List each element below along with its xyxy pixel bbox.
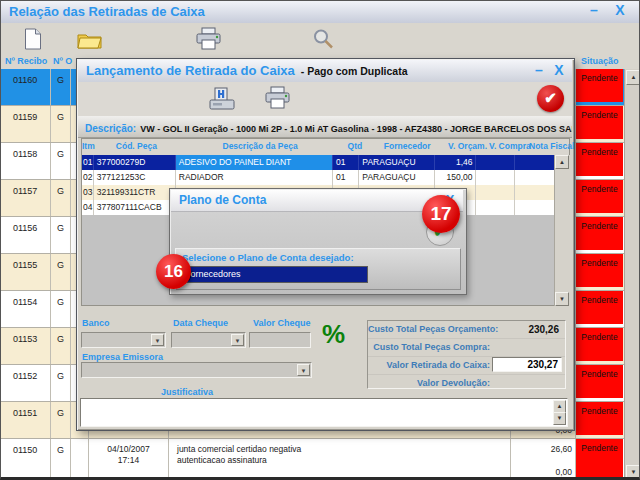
- col-nota-fiscal[interactable]: Nota Fiscal: [529, 139, 569, 155]
- plano-select-label: Selecione o Plano de Conta desejado:: [182, 252, 354, 263]
- new-document-icon[interactable]: [24, 28, 42, 54]
- col-desc-peca[interactable]: Descrição da Peça: [179, 139, 342, 155]
- valor-retirada-input[interactable]: [492, 357, 562, 372]
- parts-grid-header: Itm Cód. Peça Descrição da Peça Qtd Forn…: [82, 139, 569, 156]
- justificativa-textarea[interactable]: ▲ ▼: [80, 398, 568, 427]
- percent-symbol: %: [322, 319, 345, 350]
- cell-tipo: G: [51, 217, 71, 253]
- col-cod-peca[interactable]: Cód. Peça: [94, 139, 179, 155]
- scroll-up-button[interactable]: ▲: [626, 70, 640, 85]
- col-fornecedor[interactable]: Fornecedor: [368, 139, 446, 155]
- cell-tipo: G: [51, 143, 71, 179]
- cell-value: 26,600,00: [511, 439, 576, 480]
- description-text: VW - GOL II Geração - 1000 Mi 2P - 1.0 M…: [140, 124, 572, 134]
- plano-de-conta-combo[interactable]: Fornecedores ▼: [180, 266, 368, 283]
- plano-selected-value: Fornecedores: [185, 269, 241, 279]
- status-badge: Pendente: [576, 291, 623, 324]
- col-v-orcam[interactable]: V. Orçam.: [446, 139, 489, 155]
- parts-grid-scrollbar[interactable]: ▲ ▼: [554, 155, 570, 306]
- part-row[interactable]: 01 377000279D ADESIVO DO PAINEL DIANT 01…: [82, 155, 554, 170]
- cell-spacer: [71, 439, 89, 480]
- plano-title: Plano de Conta: [179, 193, 266, 207]
- banco-label: Banco: [82, 318, 110, 328]
- cell-recibo: 01154: [1, 291, 51, 327]
- window-close-button[interactable]: X: [611, 2, 629, 18]
- empresa-emissora-label: Empresa Emissora: [82, 352, 163, 362]
- window-minimize-button[interactable]: –: [585, 2, 603, 18]
- print-icon[interactable]: [195, 27, 222, 54]
- cell-recibo: 01158: [1, 143, 51, 179]
- empresa-emissora-combo[interactable]: ▼: [81, 362, 312, 378]
- cell-recibo: 01159: [1, 106, 51, 142]
- cell-tipo: G: [51, 291, 71, 327]
- status-badge: Pendente: [576, 143, 623, 176]
- cell-recibo: 01151: [1, 402, 51, 438]
- cell-recibo: 01155: [1, 254, 51, 290]
- cell-tipo: G: [51, 106, 71, 142]
- status-badge: Pendente: [576, 439, 623, 480]
- annotation-step-17: 17: [422, 195, 460, 233]
- dialog-print-icon[interactable]: [264, 85, 291, 114]
- total-compra-row: Custo Total Peças Compra:: [368, 339, 565, 357]
- open-folder-icon[interactable]: [77, 31, 102, 53]
- dialog-plano-de-conta: Plano de Conta X ✔ Selecione o Plano de …: [169, 188, 467, 295]
- chevron-down-icon[interactable]: ▼: [231, 334, 244, 346]
- col-v-compra[interactable]: V. Compra: [489, 139, 529, 155]
- grid-scroll-down-button[interactable]: ▼: [555, 292, 569, 306]
- valor-retirada-row: Valor Retirada do Caixa:: [368, 357, 565, 375]
- save-icon[interactable]: [209, 86, 235, 115]
- status-badge: Pendente: [576, 254, 623, 287]
- total-orcamento-value: 230,26: [528, 324, 559, 335]
- valor-cheque-input[interactable]: [249, 332, 311, 348]
- textarea-scroll-down-button[interactable]: ▼: [553, 412, 566, 425]
- data-cheque-label: Data Cheque: [173, 318, 228, 328]
- valor-cheque-label: Valor Cheque: [253, 318, 311, 328]
- grid-scroll-up-button[interactable]: ▲: [555, 155, 569, 169]
- window-titlebar: Relação das Retiradas de Caixa – X: [1, 1, 640, 24]
- cell-recibo: 01152: [1, 365, 51, 401]
- total-orcamento-row: Custo Total Peças Orçamento: 230,26: [368, 321, 565, 339]
- column-header-recibo[interactable]: Nº Recibo: [5, 56, 47, 66]
- status-badge: Pendente: [576, 402, 623, 435]
- status-badge: Pendente: [576, 217, 623, 250]
- dialog-titlebar: Lançamento de Retirada do Caixa- Pago co…: [78, 60, 572, 83]
- totals-box: Custo Total Peças Orçamento: 230,26 Cust…: [367, 320, 566, 389]
- scroll-down-button[interactable]: ▼: [626, 465, 640, 480]
- status-badge: Pendente: [576, 365, 623, 398]
- column-header-situacao[interactable]: Situação: [581, 56, 619, 66]
- dialog-toolbar: ✔: [78, 82, 572, 117]
- annotation-step-16: 16: [156, 254, 191, 289]
- dialog-minimize-button[interactable]: –: [530, 62, 548, 78]
- list-item[interactable]: 01150 G 04/10/200717:14 junta comercial …: [1, 439, 624, 480]
- chevron-down-icon[interactable]: ▼: [297, 364, 310, 376]
- search-icon[interactable]: [312, 28, 334, 54]
- banco-combo[interactable]: ▼: [81, 332, 166, 348]
- cell-tipo: G: [51, 328, 71, 364]
- vehicle-description-bar: Descrição:VW - GOL II Geração - 1000 Mi …: [78, 116, 572, 138]
- plano-titlebar: Plano de Conta X: [171, 190, 463, 212]
- cell-tipo: G: [51, 402, 71, 438]
- valor-devolucao-row: Valor Devolução:: [368, 375, 565, 392]
- status-badge: Pendente: [576, 180, 623, 213]
- col-qtd[interactable]: Qtd: [341, 139, 368, 155]
- col-itm[interactable]: Itm: [82, 139, 94, 155]
- justificativa-label: Justificativa: [161, 387, 213, 397]
- cell-date: 04/10/200717:14: [89, 439, 169, 480]
- cell-recibo: 01150: [1, 439, 51, 480]
- confirm-button[interactable]: ✔: [537, 85, 564, 112]
- column-header-tipo[interactable]: Nº O: [53, 56, 72, 66]
- part-row[interactable]: 02 377121253C RADIADOR 01 PARAGUAÇU 150,…: [82, 170, 554, 185]
- data-cheque-combo[interactable]: ▼: [171, 332, 246, 348]
- list-scrollbar[interactable]: ▲ ▼: [624, 69, 640, 480]
- chevron-down-icon[interactable]: ▼: [151, 334, 164, 346]
- cell-recibo: 01157: [1, 180, 51, 216]
- cell-tipo: G: [51, 180, 71, 216]
- cell-tipo: G: [51, 439, 71, 480]
- cell-tipo: G: [51, 365, 71, 401]
- cell-recibo: 01156: [1, 217, 51, 253]
- cell-description: junta comercial certidao negativaautenti…: [169, 439, 511, 480]
- dialog-close-button[interactable]: X: [550, 62, 568, 78]
- dialog-title: Lançamento de Retirada do Caixa: [86, 63, 295, 78]
- cell-tipo: G: [51, 254, 71, 290]
- cell-recibo: 01153: [1, 328, 51, 364]
